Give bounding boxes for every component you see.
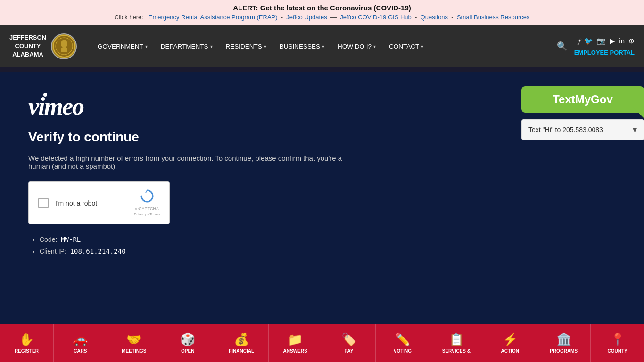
footer-action-label: ACTION (501, 348, 519, 354)
nav-links: GOVERNMENT ▾ DEPARTMENTS ▾ RESIDENTS ▾ B… (91, 25, 557, 67)
nav-contact[interactable]: CONTACT ▾ (382, 25, 430, 67)
pay-icon: 🏷️ (341, 333, 356, 346)
nav-businesses-arrow: ▾ (322, 44, 324, 49)
footer-financial-label: FINANCIAL (229, 348, 254, 354)
services-icon: 📋 (449, 333, 464, 346)
footer-answers[interactable]: 📁 ANSWERS (269, 324, 322, 362)
textmygov-bubble[interactable]: TextMyGov (521, 86, 644, 113)
alert-title: ALERT: Get the latest on the Coronavirus… (9, 4, 635, 12)
instagram-icon[interactable]: 📷 (597, 37, 606, 45)
logo-area: JEFFERSON COUNTY ALABAMA (9, 33, 77, 59)
employee-portal-link[interactable]: EMPLOYEE PORTAL (574, 49, 635, 56)
county-icon: 📍 (610, 333, 625, 346)
recaptcha-links[interactable]: Privacy - Terms (134, 212, 160, 216)
svg-point-2 (61, 40, 67, 48)
programs-icon: 🏛️ (556, 333, 571, 346)
register-icon: ✋ (19, 333, 34, 346)
alert-link-smallbiz[interactable]: Small Business Resources (457, 14, 530, 21)
youtube-icon[interactable]: ▶ (610, 37, 615, 45)
textmygov-sub[interactable]: Text "Hi" to 205.583.0083 ▾ (521, 119, 644, 140)
footer-programs[interactable]: 🏛️ PROGRAMS (537, 324, 591, 362)
navbar: JEFFERSON COUNTY ALABAMA GOVERNMENT ▾ DE… (0, 25, 644, 67)
twitter-icon[interactable]: 🐦 (584, 37, 593, 45)
alert-link-questions[interactable]: Questions (421, 14, 448, 21)
rss-icon[interactable]: ⊕ (628, 37, 635, 45)
alert-link-erap[interactable]: Emergency Rental Assistance Program (ERA… (149, 14, 278, 21)
nav-howdoi[interactable]: HOW DO I? ▾ (331, 25, 382, 67)
nav-departments[interactable]: DEPARTMENTS ▾ (154, 25, 219, 67)
captcha-right: reCAPTCHA Privacy - Terms (134, 189, 160, 216)
footer-meetings[interactable]: 🤝 MEETINGS (107, 324, 161, 362)
alert-prefix: Click here: (114, 14, 143, 21)
nav-government-arrow: ▾ (145, 44, 148, 49)
logo-text: JEFFERSON COUNTY ALABAMA (9, 33, 46, 59)
alert-bar: ALERT: Get the latest on the Coronavirus… (0, 0, 644, 25)
main-content: TextMyGov Text "Hi" to 205.583.0083 ▾ vi… (0, 72, 644, 284)
open-icon: 🎲 (180, 333, 195, 346)
nav-government[interactable]: GOVERNMENT ▾ (91, 25, 154, 67)
nav-residents[interactable]: RESIDENTS ▾ (219, 25, 273, 67)
footer-register-label: REGISTER (15, 348, 39, 354)
alert-link-jeffco[interactable]: Jeffco Updates (286, 14, 327, 21)
footer-programs-label: PROGRAMS (550, 348, 578, 354)
ip-value: 108.61.214.240 (70, 247, 126, 255)
ip-label: Client IP: (40, 247, 66, 255)
meetings-icon: 🤝 (126, 333, 141, 346)
nav-contact-arrow: ▾ (421, 44, 423, 49)
nav-right: 𝑓 🐦 📷 ▶ in ⊕ EMPLOYEE PORTAL (574, 37, 635, 56)
footer-voting-label: VOTING (394, 348, 412, 354)
recaptcha-icon (140, 189, 154, 206)
logo-seal[interactable] (51, 33, 77, 59)
footer-open[interactable]: 🎲 OPEN (161, 324, 215, 362)
svg-point-5 (43, 93, 47, 97)
alert-link-gis[interactable]: Jeffco COVID-19 GIS Hub (340, 14, 412, 21)
footer-cars[interactable]: 🚗 CARS (54, 324, 107, 362)
footer-services-label: SERVICES & (442, 348, 471, 354)
alert-links: Click here: Emergency Rental Assistance … (9, 14, 635, 21)
social-icons: 𝑓 🐦 📷 ▶ in ⊕ (578, 37, 635, 45)
nav-bottom-strip (0, 67, 644, 72)
code-label: Code: (40, 236, 57, 243)
footer-register[interactable]: ✋ REGISTER (0, 324, 54, 362)
captcha-label: I'm not a robot (55, 199, 97, 207)
footer-answers-label: ANSWERS (283, 348, 307, 354)
svg-rect-3 (61, 48, 67, 52)
captcha-left: I'm not a robot (38, 198, 97, 208)
recaptcha-text: reCAPTCHA (135, 206, 159, 211)
footer-voting[interactable]: ✏️ VOTING (376, 324, 429, 362)
code-info: Code: MW-RL Client IP: 108.61.214.240 (28, 234, 616, 257)
footer-county-label: COUNTY (607, 348, 627, 354)
facebook-icon[interactable]: 𝑓 (578, 37, 580, 45)
footer-meetings-label: MEETINGS (122, 348, 146, 354)
footer-action[interactable]: ⚡ ACTION (483, 324, 537, 362)
answers-icon: 📁 (288, 333, 303, 346)
chevron-down-icon: ▾ (633, 124, 637, 135)
nav-businesses[interactable]: BUSINESSES ▾ (273, 25, 331, 67)
svg-text:vimeo: vimeo (28, 93, 84, 119)
footer-pay[interactable]: 🏷️ PAY (322, 324, 376, 362)
search-icon[interactable]: 🔍 (557, 41, 567, 51)
cars-icon: 🚗 (73, 333, 88, 346)
textmygov-widget: TextMyGov Text "Hi" to 205.583.0083 ▾ (521, 86, 644, 140)
code-value: MW-RL (61, 236, 81, 243)
footer-services[interactable]: 📋 SERVICES & (429, 324, 483, 362)
nav-residents-arrow: ▾ (264, 44, 266, 49)
footer-open-label: OPEN (181, 348, 194, 354)
captcha-box: I'm not a robot reCAPTCHA Privacy - Term… (28, 181, 170, 224)
footer-cars-label: CARS (74, 348, 87, 354)
nav-howdoi-arrow: ▾ (373, 44, 376, 49)
linkedin-icon[interactable]: in (619, 37, 625, 45)
footer-financial[interactable]: 💰 FINANCIAL (215, 324, 269, 362)
action-icon: ⚡ (503, 333, 518, 346)
footer-pay-label: PAY (345, 348, 354, 354)
financial-icon: 💰 (234, 333, 249, 346)
nav-departments-arrow: ▾ (210, 44, 213, 49)
captcha-checkbox[interactable] (38, 198, 49, 208)
footer-icons: ✋ REGISTER 🚗 CARS 🤝 MEETINGS 🎲 OPEN 💰 FI… (0, 324, 644, 362)
voting-icon: ✏️ (395, 333, 410, 346)
footer-county[interactable]: 📍 COUNTY (591, 324, 644, 362)
verify-desc: We detected a high number of errors from… (28, 154, 358, 170)
